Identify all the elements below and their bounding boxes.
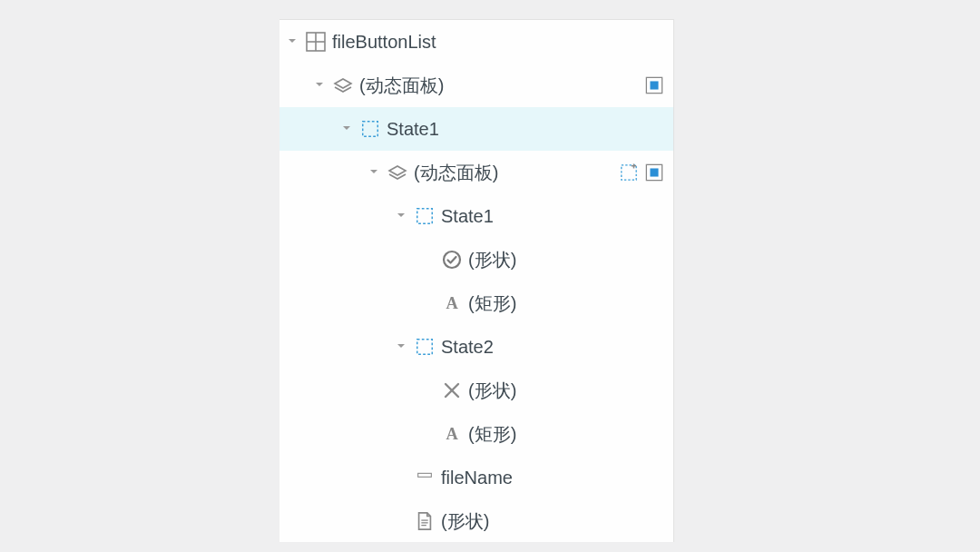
dashed-rect-icon [359,118,381,140]
tree-row-label: (形状) [468,379,516,403]
outline-panel: fileButtonList(动态面板)State1(动态面板)State1(形… [279,19,674,542]
tree-row-label: (动态面板) [359,74,444,98]
tree-row[interactable]: State2 [279,325,673,369]
dashed-rect-icon [414,336,436,358]
tree-row[interactable]: State1 [279,107,673,151]
tree-row-label: State2 [441,337,494,358]
dashed-rect-icon [414,205,436,227]
tree-row-label: State1 [441,206,494,227]
expand-chevron-icon[interactable] [314,79,327,92]
expand-chevron-icon [396,471,408,484]
tree-row[interactable]: fileButtonList [279,20,673,64]
square-blue-icon[interactable] [644,75,664,95]
expand-chevron-icon [423,297,436,310]
page-icon [414,510,436,532]
svg-rect-4 [650,81,658,89]
expand-chevron-icon [423,253,436,266]
tree-row[interactable]: fileName [279,456,673,499]
tree-row[interactable]: (动态面板) [279,64,673,107]
svg-text:A: A [446,294,458,312]
dynpanel-icon [332,74,354,96]
tree-row-label: fileButtonList [332,32,436,53]
expand-chevron-icon[interactable] [396,210,408,222]
expand-chevron-icon[interactable] [287,35,299,48]
tree-row[interactable]: (形状) [279,369,673,412]
tree-row[interactable]: State1 [279,194,673,238]
svg-rect-11 [417,209,433,224]
svg-rect-18 [418,473,432,477]
tree-row-label: (形状) [441,509,489,534]
tree-row[interactable]: (形状) [279,499,673,542]
svg-rect-14 [417,340,433,355]
svg-point-12 [444,251,460,268]
tree-row[interactable]: A(矩形) [279,281,673,325]
tree-row-label: fileName [441,468,513,488]
tree-row-label: State1 [387,119,439,140]
expand-chevron-icon [396,515,408,527]
tree-row-label: (形状) [468,248,516,272]
expand-chevron-icon [423,428,436,440]
svg-rect-5 [363,122,378,137]
expand-chevron-icon[interactable] [396,340,408,353]
dashed-plus-icon[interactable] [619,163,639,182]
expand-chevron-icon [423,384,436,397]
text-A-icon: A [441,423,463,445]
cross-icon [441,380,463,401]
tree-row[interactable]: (形状) [279,238,673,281]
tree-row-label: (矩形) [468,291,516,316]
text-A-icon: A [441,292,463,314]
expand-chevron-icon[interactable] [368,166,381,179]
square-blue-icon[interactable] [644,163,664,182]
dynpanel-icon [387,162,408,183]
tree-row[interactable]: A(矩形) [279,412,673,456]
svg-rect-10 [650,168,658,176]
tree-row-label: (动态面板) [414,161,498,185]
expand-chevron-icon[interactable] [341,123,354,135]
grid-icon [305,31,327,53]
check-circle-icon [441,249,463,271]
bar-icon [414,467,436,488]
svg-text:A: A [446,425,458,443]
tree-row[interactable]: (动态面板) [279,151,673,194]
tree-row-label: (矩形) [468,422,516,447]
